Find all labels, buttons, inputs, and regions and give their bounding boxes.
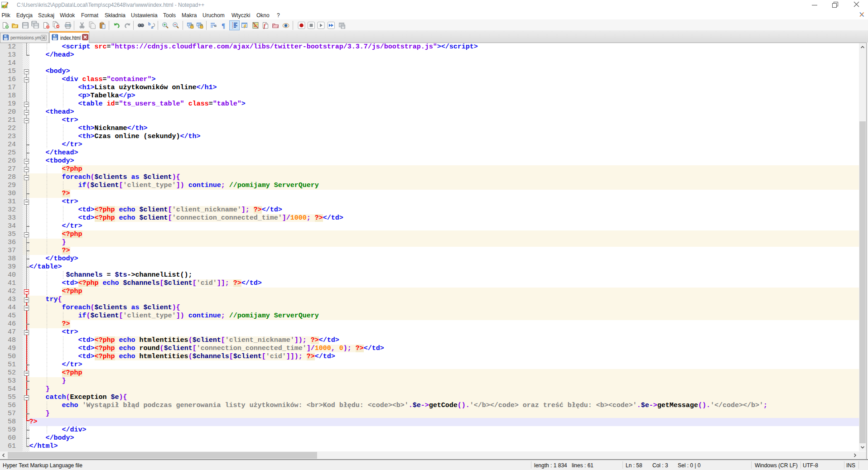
svg-text:¶: ¶	[222, 22, 225, 29]
svg-text:b: b	[148, 22, 150, 26]
